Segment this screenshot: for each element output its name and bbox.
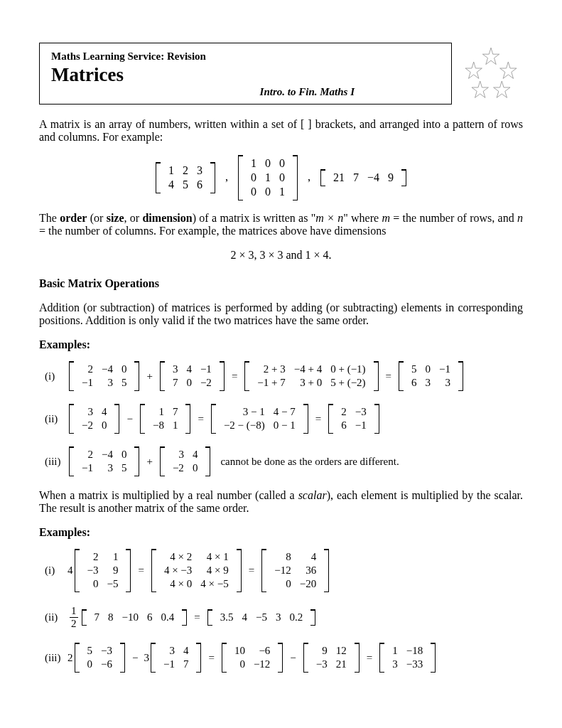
example-number: (i) (45, 370, 67, 382)
matrix: 2−40−135 (69, 361, 139, 391)
header-title: Matrices (51, 64, 440, 86)
intro-paragraph: A matrix is an array of numbers, written… (39, 118, 523, 144)
header-subtitle: Intro. to Fin. Maths I (51, 86, 355, 98)
header-box: Maths Learning Service: Revision Matrice… (39, 43, 452, 105)
example-number: (ii) (45, 611, 67, 623)
example-number: (ii) (45, 413, 67, 425)
matrix: 34−20 (160, 446, 210, 476)
matrix: 10−60−12 (222, 643, 283, 673)
matrix-3x3: 100010001 (238, 155, 298, 200)
order-paragraph: The order (or size, or dimension) of a m… (39, 212, 523, 237)
cannot-text: cannot be done as the orders are differe… (220, 456, 399, 468)
star-decoration-icon (459, 43, 523, 107)
matrix: 2−40−135 (69, 446, 139, 476)
matrix: 50−1633 (399, 361, 463, 391)
example-number: (i) (45, 564, 67, 577)
examples-label-2: Examples: (39, 526, 523, 539)
matrix: 2−36−1 (328, 404, 379, 434)
example-2-ii: (ii) 1 2 78−1060.4 = 3.54−530.2 (45, 605, 523, 630)
matrix-2x3: 123456 (156, 162, 215, 193)
scalar-value: 4 (67, 564, 73, 577)
matrix: 5−30−6 (75, 643, 125, 673)
example-number: (iii) (45, 652, 67, 664)
matrix: 912−321 (303, 643, 360, 673)
matrix: 34−20 (69, 404, 119, 434)
svg-marker-0 (482, 48, 499, 64)
matrix: 34−17 (151, 643, 201, 673)
scalar-value: 2 (67, 652, 73, 664)
addition-paragraph: Addition (or subtraction) of matrices is… (39, 301, 523, 327)
example-2-i: (i) 4 21−390−5 = 4 × 24 × 14 × −34 × 94 … (45, 549, 523, 592)
matrix: 84−12360−20 (261, 549, 329, 592)
matrix: 21−390−5 (75, 549, 131, 592)
examples-label-1: Examples: (39, 338, 523, 351)
example-1-i: (i) 2−40−135 + 34−170−2 = 2 + 3−4 + 40 +… (45, 361, 523, 391)
matrix-1x4: 217−49 (320, 169, 406, 186)
matrix: 78−1060.4 (82, 609, 188, 626)
intro-matrices: 123456 , 100010001 , 217−49 (39, 155, 523, 200)
fraction: 1 2 (70, 605, 78, 630)
matrix: 2 + 3−4 + 40 + (−1)−1 + 73 + 05 + (−2) (244, 361, 378, 391)
scalar-value: 3 (144, 652, 149, 664)
matrix: 3 − 14 − 7−2 − (−8)0 − 1 (211, 404, 308, 434)
header-pretitle: Maths Learning Service: Revision (51, 50, 440, 63)
svg-marker-2 (500, 62, 517, 78)
matrix: 3.54−530.2 (207, 609, 315, 626)
example-1-iii: (iii) 2−40−135 + 34−20 cannot be done as… (45, 446, 523, 476)
example-1-ii: (ii) 34−20 − 17−81 = 3 − 14 − 7−2 − (−8)… (45, 404, 523, 434)
matrix: 34−170−2 (160, 361, 225, 391)
example-number: (iii) (45, 456, 67, 468)
matrix: 17−81 (140, 404, 190, 434)
dimensions-line: 2 × 3, 3 × 3 and 1 × 4. (39, 249, 523, 262)
svg-marker-3 (472, 81, 488, 97)
svg-marker-1 (465, 62, 482, 78)
matrix: 4 × 24 × 14 × −34 × 94 × 04 × −5 (151, 549, 242, 592)
example-2-iii: (iii) 2 5−30−6 − 3 34−17 = 10−60−12 − 91… (45, 643, 523, 673)
scalar-paragraph: When a matrix is multiplied by a real nu… (39, 489, 523, 515)
section-heading-basic-ops: Basic Matrix Operations (39, 277, 523, 290)
header-container: Maths Learning Service: Revision Matrice… (39, 43, 523, 107)
svg-marker-4 (494, 81, 510, 97)
matrix: 1−183−33 (379, 643, 436, 673)
